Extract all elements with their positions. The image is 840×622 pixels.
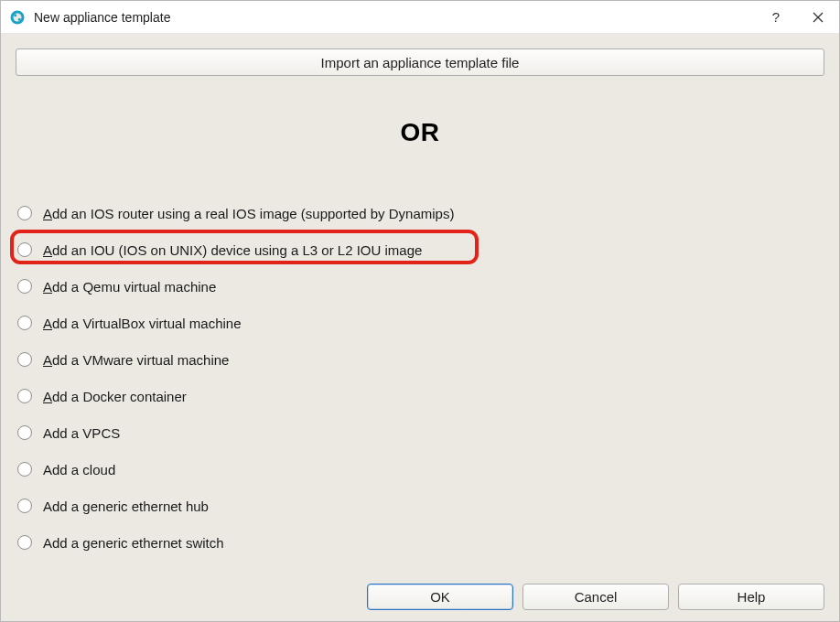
radio-icon [17, 206, 32, 220]
radio-label-text: dd a VirtualBox virtual machine [52, 316, 242, 331]
ok-button[interactable]: OK [367, 584, 513, 610]
radio-label-text: Add a cloud [43, 462, 115, 477]
radio-label: Add an IOS router using a real IOS image… [43, 206, 454, 221]
mnemonic-char: A [43, 316, 52, 331]
import-appliance-label: Import an appliance template file [321, 55, 520, 70]
cancel-button[interactable]: Cancel [522, 584, 669, 610]
mnemonic-char: A [43, 352, 52, 368]
titlebar: New appliance template ? [1, 1, 839, 34]
radio-label-text: Add a VPCS [43, 425, 120, 441]
help-icon: ? [772, 9, 780, 25]
radio-option[interactable]: Add a Qemu virtual machine [16, 268, 824, 305]
radio-option[interactable]: Add a generic ethernet switch [16, 524, 824, 561]
app-icon [8, 8, 27, 27]
radio-icon [17, 316, 32, 330]
radio-option[interactable]: Add a VPCS [16, 414, 824, 451]
radio-option[interactable]: Add an IOS router using a real IOS image… [16, 195, 824, 231]
close-button[interactable] [797, 1, 839, 33]
radio-option[interactable]: Add a cloud [16, 451, 824, 488]
radio-label: Add a Qemu virtual machine [43, 279, 216, 295]
radio-label-text: Add a generic ethernet switch [43, 535, 224, 551]
radio-label-text: dd a Qemu virtual machine [52, 279, 216, 295]
radio-option[interactable]: Add a generic ethernet hub [16, 488, 824, 524]
radio-icon [17, 535, 32, 550]
help-titlebar-button[interactable]: ? [755, 1, 797, 33]
radio-icon [17, 279, 32, 294]
radio-option[interactable]: Add a Docker container [16, 378, 824, 414]
radio-label: Add a VPCS [43, 425, 120, 441]
radio-label: Add a cloud [43, 462, 115, 477]
radio-icon [17, 352, 32, 367]
radio-label-text: dd an IOU (IOS on UNIX) device using a L… [52, 242, 422, 258]
options-group: Add an IOS router using a real IOS image… [16, 195, 824, 578]
radio-label-text: Add a generic ethernet hub [43, 499, 209, 514]
help-button[interactable]: Help [678, 584, 824, 610]
radio-icon [17, 499, 32, 513]
or-heading: OR [16, 118, 824, 147]
radio-option[interactable]: Add an IOU (IOS on UNIX) device using a … [16, 231, 824, 268]
radio-option[interactable]: Add a VirtualBox virtual machine [16, 305, 824, 341]
radio-icon [17, 462, 32, 477]
dialog-footer: OK Cancel Help [16, 578, 824, 610]
window-controls: ? [755, 1, 839, 33]
radio-option[interactable]: Add a VMware virtual machine [16, 341, 824, 378]
mnemonic-char: A [43, 242, 52, 258]
radio-label-text: dd a Docker container [52, 389, 187, 404]
radio-label: Add a Docker container [43, 389, 187, 404]
mnemonic-char: A [43, 206, 52, 221]
cancel-label: Cancel [575, 589, 618, 605]
radio-icon [17, 242, 32, 257]
radio-label: Add an IOU (IOS on UNIX) device using a … [43, 242, 422, 258]
radio-label: Add a generic ethernet hub [43, 499, 209, 514]
import-appliance-button[interactable]: Import an appliance template file [16, 48, 824, 76]
mnemonic-char: A [43, 389, 52, 404]
close-icon [813, 12, 824, 23]
mnemonic-char: A [43, 279, 52, 295]
help-label: Help [738, 589, 766, 605]
window-title: New appliance template [34, 10, 755, 25]
radio-icon [17, 389, 32, 403]
dialog-body: Import an appliance template file OR Add… [1, 34, 839, 622]
radio-icon [17, 425, 32, 440]
radio-label: Add a VirtualBox virtual machine [43, 316, 242, 331]
svg-point-2 [14, 14, 16, 16]
radio-label-text: dd an IOS router using a real IOS image … [52, 206, 454, 221]
ok-label: OK [430, 589, 450, 605]
radio-label: Add a generic ethernet switch [43, 535, 224, 551]
svg-point-3 [18, 17, 21, 20]
radio-label: Add a VMware virtual machine [43, 352, 229, 368]
radio-label-text: dd a VMware virtual machine [52, 352, 229, 368]
